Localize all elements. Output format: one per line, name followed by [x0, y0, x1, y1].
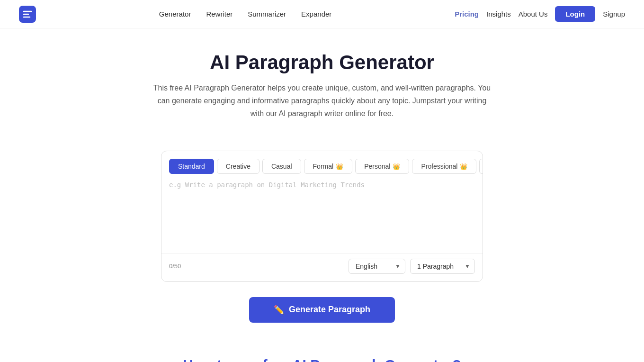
generate-button-label: Generate Paragraph [289, 305, 370, 315]
hero-description: This free AI Paragraph Generator helps y… [152, 81, 492, 120]
nav-links: Generator Rewriter Summarizer Expander [159, 8, 331, 20]
tab-standard[interactable]: Standard [169, 159, 214, 174]
style-tabs: Standard Creative Casual Formal👑 Persona… [161, 151, 483, 174]
navbar: Generator Rewriter Summarizer Expander P… [0, 0, 644, 28]
nav-link-expander[interactable]: Expander [301, 8, 331, 20]
how-title: How to use free AI Paragraph Generator? [9, 357, 635, 362]
nav-link-about[interactable]: About Us [519, 8, 548, 20]
paragraph-count-select-wrapper: 1 Paragraph 2 Paragraphs 3 Paragraphs ▼ [410, 259, 475, 274]
logo[interactable] [19, 6, 36, 23]
textarea-wrapper [161, 174, 483, 253]
nav-link-insights[interactable]: Insights [486, 8, 511, 20]
generate-button[interactable]: ✏️ Generate Paragraph [249, 297, 395, 323]
tab-casual[interactable]: Casual [262, 159, 301, 174]
char-count: 0/50 [169, 262, 181, 270]
language-select[interactable]: English Spanish French German [349, 259, 405, 274]
paragraph-input[interactable] [169, 180, 475, 246]
how-section: How to use free AI Paragraph Generator? … [0, 345, 644, 362]
generate-icon: ✏️ [274, 305, 284, 315]
paragraph-count-select[interactable]: 1 Paragraph 2 Paragraphs 3 Paragraphs [410, 259, 475, 274]
login-button[interactable]: Login [555, 6, 595, 22]
tab-professional[interactable]: Professional👑 [412, 159, 476, 174]
nav-link-rewriter[interactable]: Rewriter [206, 8, 233, 20]
tab-personal[interactable]: Personal👑 [355, 159, 409, 174]
language-select-wrapper: English Spanish French German ▼ [349, 259, 405, 274]
generator-card: Standard Creative Casual Formal👑 Persona… [161, 151, 483, 282]
tab-creative[interactable]: Creative [217, 159, 259, 174]
nav-right: Pricing Insights About Us Login Signup [455, 6, 625, 22]
tab-persuasive[interactable]: Persuasive [479, 159, 483, 174]
hero-title: AI Paragraph Generator [9, 51, 635, 74]
card-footer: 0/50 English Spanish French German ▼ 1 P… [161, 253, 483, 281]
hero-section: AI Paragraph Generator This free AI Para… [0, 28, 644, 136]
generate-button-wrap: ✏️ Generate Paragraph [0, 297, 644, 323]
signup-button[interactable]: Signup [603, 10, 625, 18]
footer-selects: English Spanish French German ▼ 1 Paragr… [349, 259, 475, 274]
nav-link-summarizer[interactable]: Summarizer [248, 8, 286, 20]
nav-link-pricing[interactable]: Pricing [455, 8, 479, 20]
nav-link-generator[interactable]: Generator [159, 8, 191, 20]
tab-formal[interactable]: Formal👑 [304, 159, 353, 174]
